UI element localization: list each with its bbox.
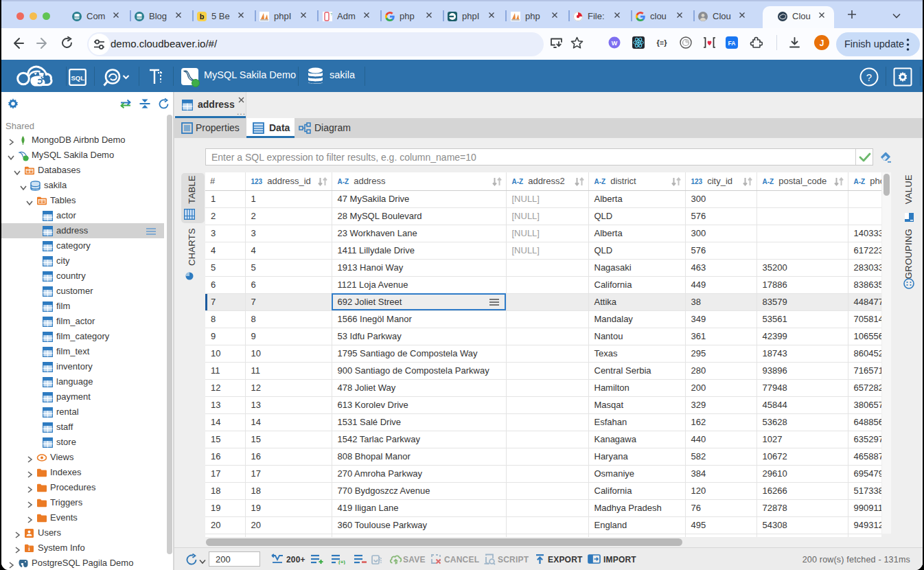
svg-text:?: ? (330, 12, 332, 16)
svg-text:J: J (820, 38, 824, 48)
svg-text:?: ? (866, 71, 872, 83)
svg-text:SQL: SQL (71, 74, 84, 82)
svg-text:(+): (+) (338, 559, 345, 565)
svg-text:W: W (612, 40, 618, 47)
svg-text:FA: FA (728, 40, 736, 47)
svg-text:b: b (200, 12, 205, 21)
svg-text:{≡}: {≡} (657, 38, 668, 47)
